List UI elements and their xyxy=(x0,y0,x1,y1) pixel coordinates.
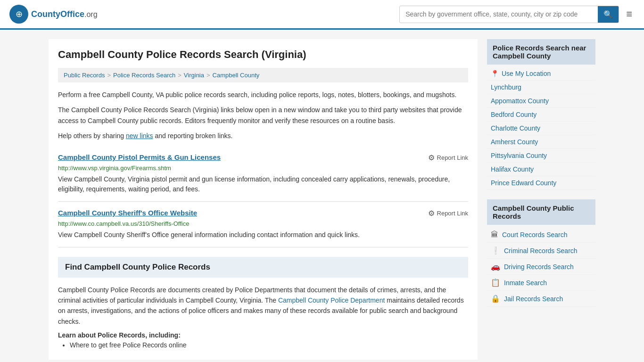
report-icon-1: ⚙ xyxy=(428,209,435,218)
public-records-header: Campbell County Public Records xyxy=(487,199,595,225)
criminal-icon: ❕ xyxy=(491,246,500,255)
nearby-link-3[interactable]: Charlotte County xyxy=(487,122,595,135)
intro-para-3: Help others by sharing new links and rep… xyxy=(58,131,468,141)
find-body-text: Campbell County Police Records are docum… xyxy=(58,285,468,327)
site-header: ⊕ CountyOffice.org 🔍 ≡ xyxy=(0,0,644,30)
search-bar: 🔍 xyxy=(399,6,619,23)
new-links-link[interactable]: new links xyxy=(126,132,153,140)
intro-para-1: Perform a free Campbell County, VA publi… xyxy=(58,90,468,100)
pr-link-3[interactable]: 📋 Inmate Search xyxy=(487,275,595,291)
nearby-link-6[interactable]: Halifax County xyxy=(487,163,595,176)
nearby-link-1[interactable]: Appomattox County xyxy=(487,94,595,108)
driving-icon: 🚗 xyxy=(491,262,500,271)
find-section-heading: Find Campbell County Police Records xyxy=(58,257,468,278)
search-input[interactable] xyxy=(400,7,598,22)
page-title: Campbell County Police Records Search (V… xyxy=(58,49,468,61)
logo-area: ⊕ CountyOffice.org xyxy=(9,5,98,24)
breadcrumb: Public Records > Police Records Search >… xyxy=(58,68,468,82)
breadcrumb-virginia[interactable]: Virginia xyxy=(184,72,204,79)
nearby-header: Police Records Search near Campbell Coun… xyxy=(487,39,595,65)
pr-link-0[interactable]: 🏛 Court Records Search xyxy=(487,227,595,243)
menu-button[interactable]: ≡ xyxy=(624,6,635,23)
main-content: Campbell County Police Records Search (V… xyxy=(49,39,478,360)
intro-para-2: The Campbell County Police Records Searc… xyxy=(58,105,468,126)
report-icon-0: ⚙ xyxy=(428,153,435,162)
record-title-1[interactable]: Campbell County Sheriff's Office Website xyxy=(58,209,197,217)
nearby-link-0[interactable]: Lynchburg xyxy=(487,81,595,94)
record-desc-0: View Campbell County, Virginia pistol pe… xyxy=(58,174,468,194)
bullet-item-0: Where to get free Police Records online xyxy=(70,341,468,349)
jail-icon: 🔒 xyxy=(491,294,500,303)
logo-text: CountyOffice.org xyxy=(31,9,98,19)
record-card-1: Campbell County Sheriff's Office Website… xyxy=(58,202,468,247)
breadcrumb-campbell[interactable]: Campbell County xyxy=(213,72,260,79)
use-my-location-link[interactable]: 📍 Use My Location xyxy=(487,67,595,81)
record-url-0: http://www.vsp.virginia.gov/Firearms.sht… xyxy=(58,165,468,172)
record-desc-1: View Campbell County Sheriff's Office ge… xyxy=(58,230,468,240)
pr-link-1[interactable]: ❕ Criminal Records Search xyxy=(487,243,595,259)
logo-icon: ⊕ xyxy=(9,5,28,24)
court-icon: 🏛 xyxy=(491,230,498,239)
record-title-0[interactable]: Campbell County Pistol Permits & Gun Lic… xyxy=(58,153,221,161)
learn-sub-heading: Learn about Police Records, including: xyxy=(58,331,468,339)
record-card-0: Campbell County Pistol Permits & Gun Lic… xyxy=(58,146,468,202)
nearby-link-7[interactable]: Prince Edward County xyxy=(487,176,595,190)
search-button[interactable]: 🔍 xyxy=(598,6,619,23)
breadcrumb-police-records[interactable]: Police Records Search xyxy=(113,72,175,79)
sidebar: Police Records Search near Campbell Coun… xyxy=(487,39,595,360)
bullet-list: Where to get free Police Records online xyxy=(70,341,468,349)
nearby-link-2[interactable]: Bedford County xyxy=(487,108,595,122)
pr-link-4[interactable]: 🔒 Jail Records Search xyxy=(487,291,595,307)
report-link-1[interactable]: ⚙ Report Link xyxy=(428,209,468,218)
find-body-link[interactable]: Campbell County Police Department xyxy=(278,296,385,304)
report-link-0[interactable]: ⚙ Report Link xyxy=(428,153,468,162)
public-records-section: Campbell County Public Records 🏛 Court R… xyxy=(487,199,595,307)
inmate-icon: 📋 xyxy=(491,278,500,287)
header-right: 🔍 ≡ xyxy=(399,6,635,23)
page-container: Campbell County Police Records Search (V… xyxy=(39,30,605,362)
nearby-section: Police Records Search near Campbell Coun… xyxy=(487,39,595,190)
location-icon: 📍 xyxy=(491,70,499,77)
nearby-link-5[interactable]: Pittsylvania County xyxy=(487,149,595,163)
pr-link-2[interactable]: 🚗 Driving Records Search xyxy=(487,259,595,275)
breadcrumb-public-records[interactable]: Public Records xyxy=(64,72,105,79)
record-url-1: http://www.co.campbell.va.us/310/Sheriff… xyxy=(58,220,468,227)
nearby-link-4[interactable]: Amherst County xyxy=(487,135,595,149)
